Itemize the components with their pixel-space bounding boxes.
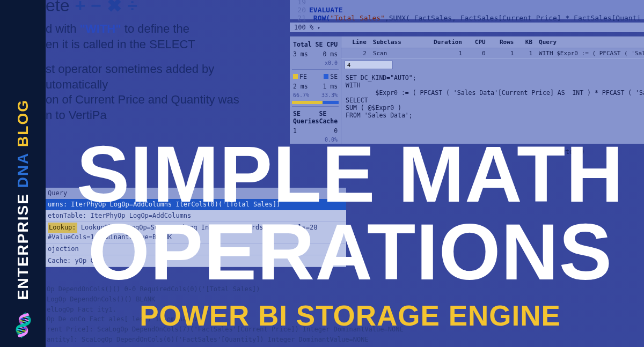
fe-se-bar [292, 101, 339, 104]
filter-input[interactable] [345, 61, 393, 69]
main-title: SIMPLE MATH OPERATIONS [67, 135, 633, 291]
minus-icon: − [91, 0, 101, 16]
filter-row [341, 59, 644, 71]
timings-table: Line Subclass Duration CPU Rows KB Query… [341, 36, 644, 59]
title-line-1: SIMPLE MATH [67, 135, 633, 213]
slide-fragment: ete + − ✖ ÷ d with "WITH" to define the … [46, 0, 292, 123]
server-timings-panel: TotalSE CPU 3 ms0 ms x0.0 FESE 2 ms1 ms … [290, 36, 644, 144]
divide-icon: ÷ [127, 0, 137, 16]
dna-icon: 🧬 [9, 312, 37, 338]
code-editor: 19 20EVALUATE 21 ROW("Total Sales",SUMX(… [290, 0, 644, 19]
sidebar-brand: ENTERPRISE DNA BLOG [16, 99, 31, 300]
brand-enterprise: ENTERPRISE [14, 193, 31, 300]
title-line-2: OPERATIONS [67, 213, 633, 291]
plus-icon: + [75, 0, 85, 16]
slide-title-frag: ete [46, 0, 69, 16]
subtitle: POWER BI STORAGE ENGINE [67, 299, 633, 332]
multiply-icon: ✖ [107, 0, 122, 16]
zoom-indicator: 100 % ▾ [290, 23, 644, 32]
brand-blog: BLOG [14, 99, 31, 147]
timings-summary: TotalSE CPU 3 ms0 ms x0.0 FESE 2 ms1 ms … [290, 36, 341, 144]
sidebar: ENTERPRISE DNA BLOG 🧬 [0, 0, 46, 347]
table-row[interactable]: 2 Scan 1 0 1 1 WITH $Expr0 := ( PFCAST (… [341, 48, 644, 59]
brand-dna: DNA [14, 152, 31, 188]
